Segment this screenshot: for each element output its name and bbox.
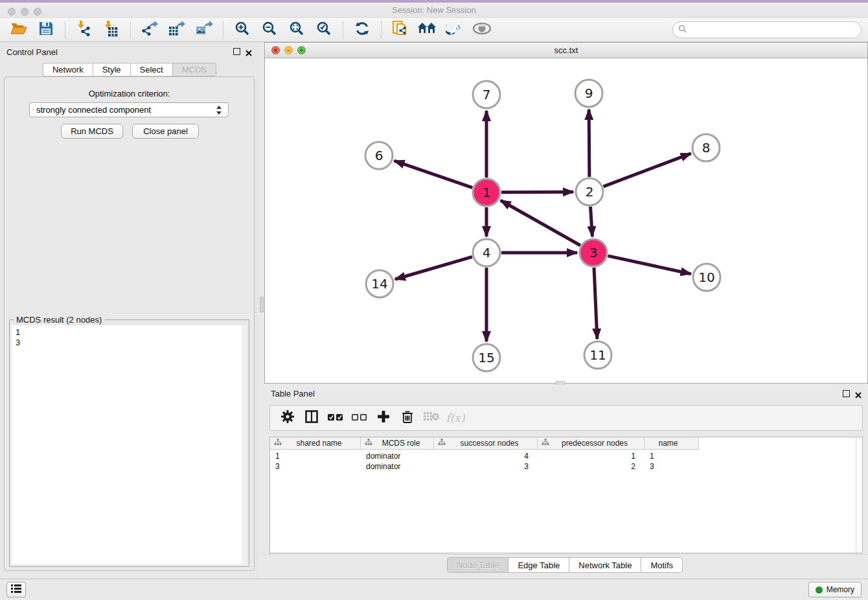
show-panel-button[interactable] [471,20,493,40]
hide-panel-button[interactable] [444,20,466,40]
deselect-all-button[interactable] [350,409,369,427]
duplicate-network-button[interactable] [389,20,411,40]
zoom-out-button[interactable] [258,20,280,40]
deselect-all-icon [352,412,367,424]
delete-column-icon [402,410,413,426]
add-column-button[interactable] [374,409,393,427]
open-folder-button[interactable] [8,20,30,40]
memory-button[interactable]: Memory [808,582,862,597]
column-header-MCDS-role[interactable]: MCDS role [361,437,434,450]
table-tabs: Node TableEdge TableNetwork TableMotifs [262,557,868,573]
float-panel-icon[interactable] [233,48,240,55]
graph-node-label: 11 [589,347,606,363]
tab-select[interactable]: Select [130,63,172,76]
table-cell[interactable]: 4 [434,451,538,461]
graph-edge-2-8[interactable] [604,154,691,187]
tab-style[interactable]: Style [93,63,130,76]
graph-node-label: 9 [585,86,593,101]
export-image-icon [195,20,213,40]
tab-mcds[interactable]: MCDS [172,63,216,76]
tab-motifs[interactable]: Motifs [641,557,683,573]
close-table-panel-icon[interactable] [854,390,862,398]
table-cell[interactable]: 1 [645,451,699,461]
result-scrollbar[interactable] [242,325,247,564]
graph-edge-4-14[interactable] [395,257,472,279]
zoom-in-button[interactable] [231,20,253,40]
export-table-button[interactable] [166,20,188,40]
graph-node-label: 14 [371,276,387,292]
column-header-predecessor-nodes[interactable]: predecessor nodes [538,437,645,450]
graph-edge-1-2[interactable] [501,192,573,192]
save-button[interactable] [35,20,57,40]
network-window-titlebar[interactable]: ✕ − + scc.txt [265,43,867,58]
import-network-button[interactable] [73,20,95,40]
graph-edge-2-3[interactable] [590,207,592,237]
network-canvas[interactable]: 7968124314101511 [265,58,867,383]
node-table[interactable]: shared nameMCDS rolesuccessor nodesprede… [269,437,863,553]
run-mcds-button[interactable]: Run MCDS [61,124,123,139]
task-history-button[interactable] [6,582,26,597]
search-input[interactable] [672,21,862,38]
graph-edge-1-6[interactable] [394,161,473,187]
graph-edge-2-9[interactable] [589,110,589,177]
zoom-fit-icon [288,20,305,40]
import-table-icon [103,20,120,40]
zoom-fit-button[interactable] [286,20,308,40]
graph-edge-3-10[interactable] [608,256,691,274]
refresh-button[interactable] [351,20,373,40]
table-cell[interactable]: 3 [270,461,361,472]
splitter-handle[interactable] [260,297,264,312]
column-header-name[interactable]: name [645,437,699,450]
table-row[interactable]: 3dominator323 [270,461,699,472]
table-cell[interactable]: 3 [645,461,699,472]
graph-node-label: 8 [702,140,711,156]
graph-edge-3-1[interactable] [501,200,580,245]
table-cell[interactable]: 1 [270,451,361,461]
criterion-select[interactable]: strongly connected component [29,102,229,117]
network-title: scc.txt [265,45,867,55]
column-header-successor-nodes[interactable]: successor nodes [434,437,538,450]
graph-node-label: 3 [589,245,598,260]
table-row[interactable]: 1dominator411 [270,451,699,461]
open-folder-icon [10,21,28,39]
import-table-button[interactable] [100,20,122,40]
gear-button[interactable] [278,409,297,427]
delete-column-button[interactable] [398,409,417,427]
close-panel-icon[interactable] [245,48,253,56]
zoom-selected-button[interactable] [313,20,335,40]
search-text-field[interactable] [689,25,861,35]
column-label: name [645,439,698,448]
gear-icon [280,410,295,426]
home-button[interactable] [417,20,439,40]
add-column-icon [378,411,389,425]
tab-node-table[interactable]: Node Table [447,557,508,573]
mcds-result-textarea[interactable]: 1 3 [12,325,247,564]
close-panel-button[interactable]: Close panel [132,124,199,139]
table-cell[interactable]: dominator [361,451,434,461]
select-all-icon [328,412,343,424]
refresh-icon [354,20,371,40]
export-network-button[interactable] [139,20,161,40]
tab-network-table[interactable]: Network Table [569,557,641,573]
column-label: successor nodes [448,439,537,448]
column-header-shared-name[interactable]: shared name [270,437,361,450]
function-icon: f(x) [446,411,464,424]
graph-edge-3-11[interactable] [594,268,597,339]
table-cell[interactable]: 1 [538,451,645,461]
columns-button[interactable] [302,409,321,427]
table-scrollbar[interactable] [856,437,862,553]
network-graph[interactable]: 7968124314101511 [265,58,867,383]
control-panel-tabs: NetworkStyleSelectMCDS [0,63,259,76]
tab-network[interactable]: Network [43,63,93,76]
window-title: Session: New Session [0,5,868,15]
mcds-result-group: MCDS result (2 nodes) 1 3 [9,319,249,567]
optimization-criterion-label: Optimization criterion: [5,89,254,98]
table-cell[interactable]: 2 [538,461,645,472]
table-cell[interactable]: 3 [434,461,538,472]
float-table-panel-icon[interactable] [843,390,850,397]
select-all-button[interactable] [326,409,345,427]
export-image-button[interactable] [193,20,215,40]
table-cell[interactable]: dominator [361,461,434,472]
tab-edge-table[interactable]: Edge Table [508,557,569,573]
mcds-result-title: MCDS result (2 nodes) [14,315,104,325]
